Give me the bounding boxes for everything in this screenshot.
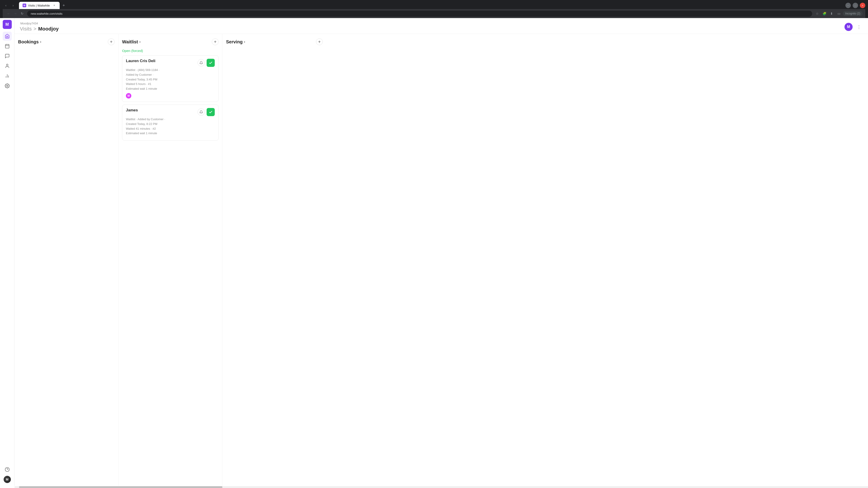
visit-meta-lauren: Waitlist · (484) 569-1184 · Added by Cus… <box>126 68 215 91</box>
extensions-btn[interactable]: 🧩 <box>821 10 828 17</box>
url-bar[interactable]: new.waitwhile.com/visits <box>27 11 812 17</box>
bottom-scrollbar[interactable] <box>14 486 868 488</box>
waitlist-add-btn[interactable]: + <box>212 38 219 45</box>
bell-btn-lauren[interactable] <box>197 59 205 66</box>
url-text: new.waitwhile.com/visits <box>31 12 809 15</box>
reload-btn[interactable]: ↻ <box>19 10 25 17</box>
window-controls: ─ □ × <box>845 3 865 8</box>
visit-name-lauren: Lauren Cris Deli <box>126 59 155 63</box>
sidebar-item-messages[interactable] <box>3 52 12 61</box>
app-container: M <box>0 18 868 486</box>
sidebar-user-avatar: M <box>4 476 11 483</box>
visit-meta-line4-lauren: Waited 5 hours · #1 <box>126 82 215 87</box>
waitlist-status: Open (forced) <box>122 49 219 53</box>
visit-meta-line3-lauren: Created Today, 3:45 PM <box>126 77 215 82</box>
maximize-btn[interactable]: □ <box>852 3 858 8</box>
address-bar: ← → ↻ new.waitwhile.com/visits ☆ 🧩 ⬇ ▭ I… <box>3 9 865 18</box>
serving-add-btn[interactable]: + <box>316 38 323 45</box>
breadcrumb-link[interactable]: Visits <box>20 26 32 32</box>
waitlist-title[interactable]: Waitlist › <box>122 39 141 44</box>
sidebar-bottom: M <box>3 465 12 484</box>
svg-point-4 <box>6 64 8 66</box>
svg-rect-0 <box>5 44 9 48</box>
tab-nav-back[interactable]: ‹ <box>3 2 9 8</box>
sidebar-logo[interactable]: M <box>3 20 12 29</box>
forward-btn[interactable]: → <box>12 10 19 17</box>
visit-meta-line1-lauren: Waitlist · (484) 569-1184 · <box>126 68 215 72</box>
visit-name-james: James <box>126 108 138 112</box>
active-tab[interactable]: M Visits | Waitwhile × <box>19 2 60 9</box>
more-options-btn[interactable]: ⋮ <box>855 23 863 31</box>
sidebar-item-settings[interactable] <box>3 81 12 90</box>
bookmark-btn[interactable]: ☆ <box>814 10 820 17</box>
main-content: Moodjoy7434 Visits > Moodjoy M ⋮ Booking… <box>14 18 868 486</box>
header-user-avatar[interactable]: M <box>844 23 852 31</box>
serving-column: Serving › + <box>222 34 327 486</box>
downloads-btn[interactable]: ⬇ <box>829 10 835 17</box>
visit-card-header-lauren: Lauren Cris Deli <box>126 59 215 67</box>
tab-bar: ‹ › M Visits | Waitwhile × + ─ □ × <box>3 2 865 9</box>
org-name-label: Moodjoy7434 <box>20 22 59 25</box>
sidebar: M <box>0 18 14 486</box>
visit-actions-lauren <box>197 59 215 67</box>
sidebar-avatar-item[interactable]: M <box>3 475 12 484</box>
bell-btn-james[interactable] <box>197 108 205 116</box>
bell-icon-lauren <box>199 61 203 65</box>
waitlist-column-header: Waitlist › + <box>122 38 219 45</box>
visit-meta-line2-james: Created Today, 8:22 PM <box>126 122 215 127</box>
header-actions: M ⋮ <box>844 23 863 31</box>
serving-title[interactable]: Serving › <box>226 39 245 44</box>
nav-buttons: ← → ↻ <box>5 10 25 17</box>
tab-close-btn[interactable]: × <box>53 4 56 7</box>
assignee-avatar-lauren: M <box>126 93 131 98</box>
check-btn-lauren[interactable] <box>207 59 215 67</box>
bookings-column: Bookings › + <box>14 34 119 486</box>
columns-area: Bookings › + Waitlist › + Open (forced) <box>14 34 868 486</box>
incognito-badge[interactable]: Incognito (2) <box>843 11 863 16</box>
breadcrumb-separator: > <box>33 26 36 32</box>
tab-title: Visits | Waitwhile <box>28 4 51 7</box>
sidebar-item-people[interactable] <box>3 61 12 70</box>
sidebar-item-home[interactable] <box>3 32 12 41</box>
bookings-title-arrow: › <box>40 40 41 44</box>
waitlist-title-arrow: › <box>139 40 141 44</box>
check-btn-james[interactable] <box>207 108 215 116</box>
sidebar-toggle-btn[interactable]: ▭ <box>836 10 842 17</box>
serving-title-arrow: › <box>244 40 245 44</box>
visit-meta-james: Waitlist · Added by Customer · Created T… <box>126 117 215 136</box>
top-header: Moodjoy7434 Visits > Moodjoy M ⋮ <box>14 18 868 34</box>
minimize-btn[interactable]: ─ <box>845 3 851 8</box>
visit-meta-line4-james: Estimated wait 1 minute <box>126 131 215 136</box>
sidebar-item-analytics[interactable] <box>3 71 12 80</box>
analytics-icon <box>5 73 10 78</box>
visit-card-lauren[interactable]: Lauren Cris Deli <box>122 55 219 102</box>
serving-title-text: Serving <box>226 39 243 44</box>
visit-meta-line5-lauren: Estimated wait 1 minute <box>126 87 215 91</box>
visit-card-header-james: James <box>126 108 215 116</box>
scrollbar-thumb[interactable] <box>19 486 222 488</box>
back-btn[interactable]: ← <box>5 10 12 17</box>
breadcrumb: Visits > Moodjoy <box>20 26 59 32</box>
help-icon <box>5 467 10 472</box>
chat-icon <box>5 54 10 59</box>
visit-meta-line2-lauren: Added by Customer · <box>126 72 215 77</box>
sidebar-item-calendar[interactable] <box>3 41 12 51</box>
browser-actions: ☆ 🧩 ⬇ ▭ Incognito (2) <box>814 10 863 17</box>
calendar-icon <box>5 43 10 48</box>
visit-meta-line1-james: Waitlist · Added by Customer · <box>126 117 215 122</box>
waitlist-title-text: Waitlist <box>122 39 138 44</box>
close-btn[interactable]: × <box>860 3 865 8</box>
bookings-title[interactable]: Bookings › <box>18 39 41 44</box>
visit-assignee-lauren: M <box>126 93 215 98</box>
bookings-title-text: Bookings <box>18 39 39 44</box>
sidebar-item-help[interactable] <box>3 465 12 474</box>
bookings-column-header: Bookings › + <box>18 38 115 45</box>
bookings-add-btn[interactable]: + <box>108 38 115 45</box>
check-icon-james <box>209 110 213 114</box>
visit-actions-james <box>197 108 215 116</box>
new-tab-btn[interactable]: + <box>61 2 67 8</box>
visit-card-james[interactable]: James <box>122 105 219 140</box>
bell-icon-james <box>199 110 203 114</box>
tab-nav-forward[interactable]: › <box>10 2 16 8</box>
home-icon <box>5 34 10 39</box>
